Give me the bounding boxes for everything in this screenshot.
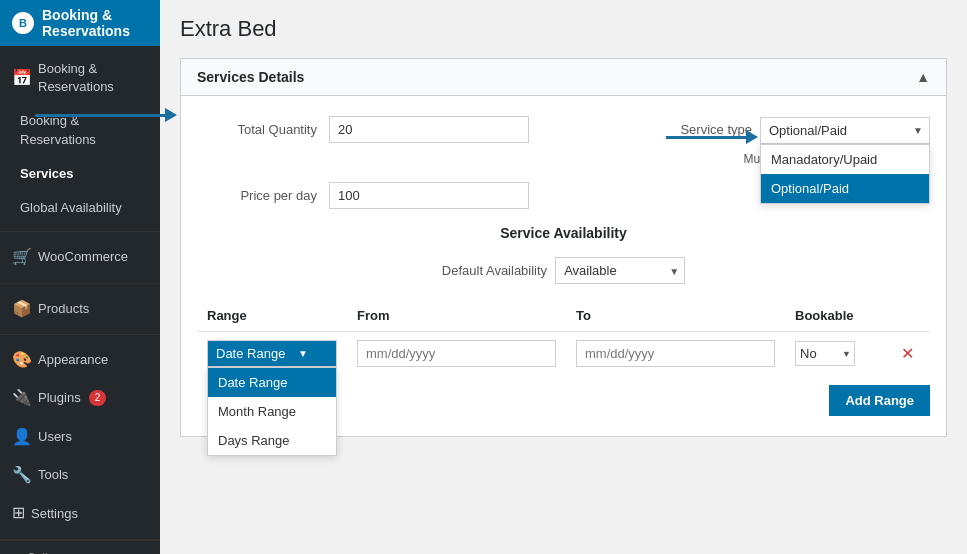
main-content: Extra Bed Services Details ▲ Total Quant… [160, 0, 967, 554]
service-option-mandatory[interactable]: Manadatory/Upaid [761, 145, 929, 174]
sidebar-item-label: Users [38, 428, 72, 446]
sidebar-item-services[interactable]: Services [0, 157, 160, 191]
service-type-select[interactable]: Optional/Paid ▼ [760, 117, 930, 144]
range-option-month[interactable]: Month Range [208, 397, 336, 426]
plugins-badge: 2 [89, 390, 107, 406]
range-option-date[interactable]: Date Range [208, 368, 336, 397]
total-quantity-input[interactable] [329, 116, 529, 143]
delete-row-button[interactable]: ✕ [895, 342, 920, 365]
sidebar-item-booking-reservations[interactable]: Booking & Reservations [0, 104, 160, 156]
sidebar-item-label: Booking &Reservations [38, 60, 114, 96]
availability-section: Service Availability Default Availabilit… [197, 225, 930, 416]
tools-icon: 🔧 [12, 464, 32, 486]
availability-title: Service Availability [197, 225, 930, 241]
default-availability-wrapper: Available Not Available ▼ [555, 257, 685, 284]
card-header-title: Services Details [197, 69, 304, 85]
settings-icon: ⊞ [12, 502, 25, 524]
sidebar-item-tools[interactable]: 🔧 Tools [0, 456, 160, 494]
price-per-day-input[interactable] [329, 182, 529, 209]
top-row-fields: Total Quantity Service type Optional/Pai… [197, 116, 930, 166]
sidebar-item-label: WooCommerce [38, 248, 128, 266]
sidebar-section-booking-top: 📅 Booking &Reservations Booking & Reserv… [0, 46, 160, 232]
service-type-dropdown-menu: Manadatory/Upaid Optional/Paid [760, 144, 930, 204]
collapse-menu-button[interactable]: ◀ Collapse menu [0, 540, 160, 554]
chevron-up-icon[interactable]: ▲ [916, 69, 930, 85]
bookable-cell: No Yes ▼ [785, 332, 885, 376]
range-select-display[interactable]: Date Range ▼ [207, 340, 337, 367]
service-type-dropdown-wrapper: Optional/Paid ▼ Manadatory/Upaid Optiona… [760, 117, 930, 144]
sidebar-item-booking-reservations-top[interactable]: 📅 Booking &Reservations [0, 52, 160, 104]
delete-cell: ✕ [885, 332, 930, 376]
users-icon: 👤 [12, 426, 32, 448]
sidebar-item-label: Appearance [38, 351, 108, 369]
card-header: Services Details ▲ [181, 59, 946, 96]
add-range-button[interactable]: Add Range [829, 385, 930, 416]
range-header: Range [197, 300, 347, 332]
bookable-header: Bookable [785, 300, 885, 332]
sidebar-item-appearance[interactable]: 🎨 Appearance [0, 341, 160, 379]
sidebar-section-woo: 🛒 WooCommerce [0, 232, 160, 283]
sidebar-item-products[interactable]: 📦 Products [0, 290, 160, 328]
default-availability-select[interactable]: Available Not Available [555, 257, 685, 284]
sidebar-item-users[interactable]: 👤 Users [0, 418, 160, 456]
sidebar-item-label: Global Availability [20, 199, 122, 217]
range-option-days[interactable]: Days Range [208, 426, 336, 455]
range-dropdown-wrapper: Date Range ▼ Date Range Month Range [207, 340, 337, 367]
sidebar-item-label: Plugins [38, 389, 81, 407]
sidebar-logo-icon: B [12, 12, 34, 34]
sidebar-item-label: Booking & Reservations [20, 112, 148, 148]
service-type-value: Optional/Paid [769, 123, 847, 138]
woo-icon: 🛒 [12, 246, 32, 268]
action-header [885, 300, 930, 332]
sidebar-item-label: Settings [31, 505, 78, 523]
default-availability-row: Default Availability Available Not Avail… [197, 257, 930, 284]
bookable-select[interactable]: No Yes [795, 341, 855, 366]
service-type-label: Service type [680, 116, 752, 144]
to-cell [566, 332, 785, 376]
sidebar-logo[interactable]: B Booking & Reservations [0, 0, 160, 46]
service-type-arrow-icon: ▼ [913, 125, 923, 136]
sidebar-logo-text: Booking & Reservations [42, 7, 130, 39]
sidebar-item-label: Services [20, 165, 74, 183]
service-option-optional[interactable]: Optional/Paid [761, 174, 929, 203]
bookable-wrapper: No Yes ▼ [795, 341, 855, 366]
service-type-row: Service type Optional/Paid ▼ Manadatory/… [680, 116, 930, 144]
from-cell [347, 332, 566, 376]
plugins-icon: 🔌 [12, 387, 32, 409]
sidebar-item-global-availability[interactable]: Global Availability [0, 191, 160, 225]
price-per-day-label: Price per day [197, 188, 317, 203]
to-input[interactable] [576, 340, 775, 367]
sidebar-section-products: 📦 Products [0, 284, 160, 335]
to-header: To [566, 300, 785, 332]
total-quantity-row: Total Quantity [197, 116, 529, 143]
sidebar-item-settings[interactable]: ⊞ Settings [0, 494, 160, 532]
products-icon: 📦 [12, 298, 32, 320]
from-input[interactable] [357, 340, 556, 367]
card-body: Total Quantity Service type Optional/Pai… [181, 96, 946, 436]
range-cell: Date Range ▼ Date Range Month Range [197, 332, 347, 376]
appearance-icon: 🎨 [12, 349, 32, 371]
range-table: Range From To Bookable D [197, 300, 930, 375]
table-row: Date Range ▼ Date Range Month Range [197, 332, 930, 376]
sidebar-item-woocommerce[interactable]: 🛒 WooCommerce [0, 238, 160, 276]
range-dropdown-menu: Date Range Month Range Days Range [207, 367, 337, 456]
sidebar-item-plugins[interactable]: 🔌 Plugins 2 [0, 379, 160, 417]
left-fields: Total Quantity [197, 116, 529, 159]
sidebar-item-label: Tools [38, 466, 68, 484]
range-dropdown-arrow-icon: ▼ [298, 348, 308, 359]
sidebar: B Booking & Reservations 📅 Booking &Rese… [0, 0, 160, 554]
page-title: Extra Bed [180, 16, 947, 42]
sidebar-section-lower: 🎨 Appearance 🔌 Plugins 2 👤 Users 🔧 Tools… [0, 335, 160, 540]
sidebar-item-label: Products [38, 300, 89, 318]
services-details-card: Services Details ▲ Total Quantity Servic… [180, 58, 947, 437]
default-availability-label: Default Availability [442, 263, 547, 278]
range-select-value: Date Range [216, 346, 285, 361]
total-quantity-label: Total Quantity [197, 122, 317, 137]
right-fields: Service type Optional/Paid ▼ Manadatory/… [680, 116, 930, 166]
calendar-icon: 📅 [12, 67, 32, 89]
from-header: From [347, 300, 566, 332]
